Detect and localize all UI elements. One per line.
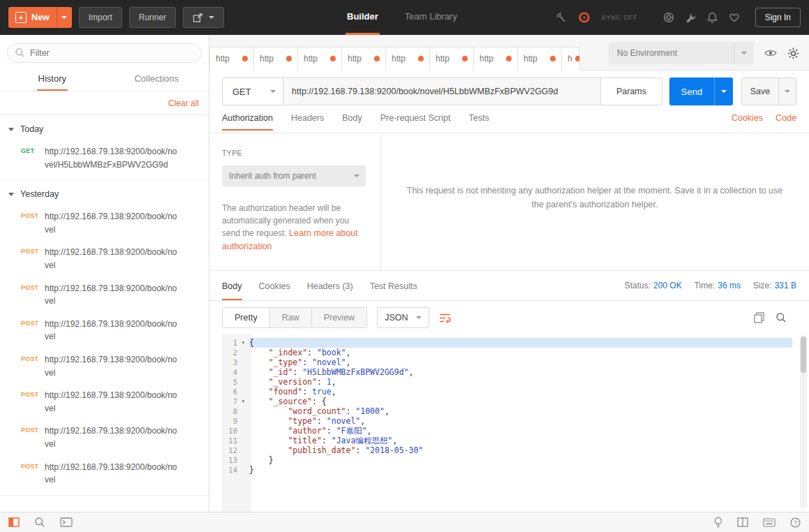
tab-headers[interactable]: Headers <box>291 113 324 131</box>
clear-all-link[interactable]: Clear all <box>168 98 199 108</box>
request-tab[interactable]: http <box>253 47 298 71</box>
tab-collections[interactable]: Collections <box>105 68 209 91</box>
line-number: 2 <box>222 348 237 357</box>
new-window-button[interactable] <box>183 7 224 28</box>
tab-team-library[interactable]: Team Library <box>403 0 459 35</box>
new-dropdown-button[interactable] <box>57 7 72 28</box>
request-tab[interactable]: http <box>517 47 562 71</box>
import-button[interactable]: Import <box>79 7 122 28</box>
code-text: "type": "novel", <box>249 416 792 426</box>
history-section-header[interactable]: Yesterday <box>0 180 209 205</box>
tab-response-body[interactable]: Body <box>222 281 242 300</box>
request-tab[interactable]: http <box>297 47 342 71</box>
code-link[interactable]: Code <box>775 113 796 123</box>
request-tab[interactable]: http <box>473 47 518 71</box>
favorites-button[interactable] <box>729 13 740 22</box>
tab-builder[interactable]: Builder <box>346 0 380 35</box>
history-item[interactable]: POSThttp://192.168.79.138:9200/book/nove… <box>0 205 209 241</box>
environment-settings-button[interactable] <box>787 47 799 59</box>
search-response-button[interactable] <box>775 312 787 323</box>
auth-type-select[interactable]: Inherit auth from parent <box>222 165 366 186</box>
sync-status-button[interactable] <box>578 11 591 24</box>
fold-caret-icon[interactable]: ▾ <box>237 338 249 348</box>
interceptor-button[interactable] <box>556 12 567 23</box>
chevron-down-icon <box>270 90 276 93</box>
tab-authorization[interactable]: Authorization <box>222 113 273 131</box>
method-select[interactable]: GET <box>222 77 283 105</box>
sidebar-toggle-icon <box>8 517 20 527</box>
history-item[interactable]: POSThttp://192.168.79.138:9200/book/nove… <box>0 384 209 420</box>
tips-button[interactable] <box>714 517 722 528</box>
code-text: "_id": "H5LbbWMBzFxBPWV2GG9d", <box>249 367 792 377</box>
tab-response-cookies[interactable]: Cookies <box>259 281 290 300</box>
save-dropdown-button[interactable] <box>778 78 796 105</box>
request-tab[interactable]: http <box>429 47 474 71</box>
wrap-lines-button[interactable] <box>439 313 451 323</box>
scrollbar-thumb[interactable] <box>801 337 806 373</box>
url-input[interactable]: http://192.168.79.138:9200/book/novel/H5… <box>283 77 601 105</box>
request-tab[interactable]: http <box>385 47 430 71</box>
runner-button[interactable]: Runner <box>129 7 176 28</box>
request-tab-label: http <box>348 54 362 64</box>
chevron-down-icon <box>209 16 214 19</box>
history-item[interactable]: POSThttp://192.168.79.138:9200/book/nove… <box>0 277 209 313</box>
auth-type-value: Inherit auth from parent <box>222 171 348 181</box>
toggle-sidebar-button[interactable] <box>8 517 20 527</box>
request-tab[interactable]: h <box>561 47 580 71</box>
new-button-main[interactable]: + New <box>8 7 57 28</box>
save-button[interactable]: Save <box>742 78 778 105</box>
word-wrap-icon <box>439 313 451 323</box>
sign-in-button[interactable]: Sign In <box>755 8 801 27</box>
request-tab[interactable]: http <box>341 47 386 71</box>
copy-response-button[interactable] <box>754 312 764 323</box>
line-number: 6 <box>222 387 237 397</box>
cookies-link[interactable]: Cookies <box>732 113 763 123</box>
history-section-title: Yesterday <box>20 189 59 199</box>
view-mode-raw[interactable]: Raw <box>270 308 312 327</box>
tab-response-headers[interactable]: Headers (3) <box>307 281 353 300</box>
tab-tests[interactable]: Tests <box>468 113 489 131</box>
params-button[interactable]: Params <box>601 77 662 105</box>
tab-body[interactable]: Body <box>342 113 362 131</box>
community-button[interactable] <box>663 12 674 23</box>
response-view-controls: Pretty Raw Preview JSON <box>222 307 796 328</box>
chevron-down-icon <box>741 52 747 54</box>
environment-select[interactable]: No Environment <box>609 42 754 64</box>
eye-icon <box>764 49 777 57</box>
history-item[interactable]: POSThttp://192.168.79.138:9200/book/nove… <box>0 313 209 348</box>
filter-input[interactable] <box>7 43 202 63</box>
environment-preview-button[interactable] <box>764 49 777 57</box>
environment-caret-button[interactable] <box>734 42 754 64</box>
console-button[interactable] <box>60 517 73 527</box>
response-scrollbar[interactable] <box>800 335 807 509</box>
view-mode-preview[interactable]: Preview <box>312 308 366 327</box>
history-item[interactable]: GEThttp://192.168.79.138:9200/book/novel… <box>0 140 209 176</box>
fold-caret-icon[interactable]: ▾ <box>237 397 249 406</box>
status-metric: Status:200 OK <box>625 281 682 290</box>
heart-icon <box>729 13 740 22</box>
notifications-button[interactable] <box>707 12 718 23</box>
global-search-button[interactable] <box>34 517 45 528</box>
history-item[interactable]: POSThttp://192.168.79.138:9200/book/nove… <box>0 456 209 492</box>
tab-test-results[interactable]: Test Results <box>370 281 417 300</box>
history-section-header[interactable]: Today <box>0 115 209 140</box>
view-mode-pretty[interactable]: Pretty <box>223 308 270 327</box>
code-line: 3 "_type": "novel", <box>222 357 792 367</box>
settings-button[interactable] <box>685 13 696 23</box>
new-button[interactable]: + New <box>8 7 72 28</box>
send-dropdown-button[interactable] <box>714 77 733 105</box>
tab-pre-request-script[interactable]: Pre-request Script <box>380 113 451 131</box>
request-tab[interactable]: http <box>209 47 254 71</box>
tab-history[interactable]: History <box>0 68 105 91</box>
environment-cluster: No Environment <box>609 42 799 64</box>
two-pane-view-button[interactable] <box>737 517 748 527</box>
help-button[interactable]: ? <box>790 517 801 528</box>
response-tools <box>754 312 787 323</box>
history-item[interactable]: POSThttp://192.168.79.138:9200/book/nove… <box>0 420 209 455</box>
history-item[interactable]: POSThttp://192.168.79.138:9200/book/nove… <box>0 348 209 384</box>
shortcuts-button[interactable] <box>763 518 775 527</box>
save-label: Save <box>750 87 771 96</box>
history-item[interactable]: POSThttp://192.168.79.138:9200/book/nove… <box>0 241 209 276</box>
format-select[interactable]: JSON <box>377 307 429 328</box>
send-button[interactable]: Send <box>669 77 714 105</box>
